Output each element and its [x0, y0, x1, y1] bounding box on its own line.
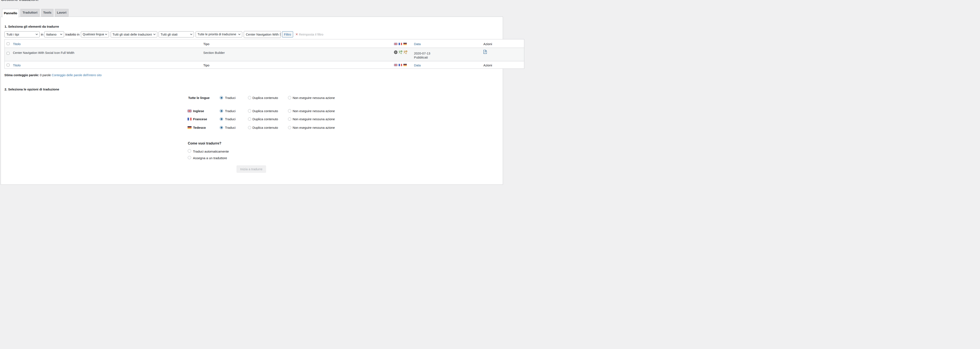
svg-text:A: A — [401, 52, 402, 54]
svg-text:A: A — [406, 52, 407, 54]
